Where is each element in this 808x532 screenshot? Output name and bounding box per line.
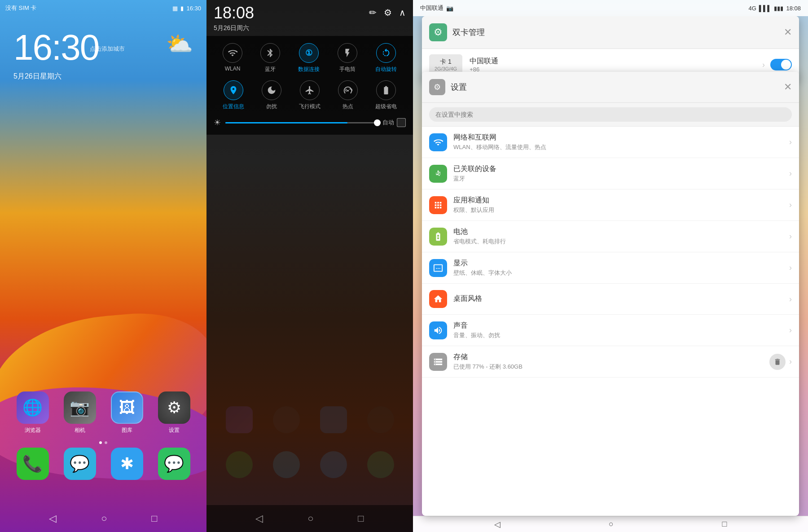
settings-item-network[interactable]: 网络和互联网 WLAN、移动网络、流量使用、热点 › [422, 127, 799, 158]
brightness-fill [225, 122, 347, 123]
dnd-icon [262, 80, 281, 100]
settings-dialog-close-button[interactable]: ✕ [784, 81, 792, 93]
gallery-label: 图库 [122, 426, 132, 434]
app-camera[interactable]: 📷 相机 [64, 391, 96, 434]
settings-status-bar: 中国联通 📷 4G ▌▌▌ ▮▮▮ 18:08 [413, 0, 808, 16]
app-phone[interactable]: 📞 [17, 448, 49, 480]
toggles-row-2: 位置信息 勿扰 飞行模式 热点 [214, 80, 406, 110]
sim-dialog-close-button[interactable]: ✕ [784, 26, 792, 38]
settings-item-sound[interactable]: 声音 音量、振动、勿扰 › [422, 315, 799, 346]
dnd-label: 勿扰 [266, 103, 277, 110]
toggle-rotate[interactable]: 自动旋转 [375, 43, 397, 73]
background-apps [206, 406, 413, 478]
storage-settings-text: 存储 已使用 77% - 还剩 3.60GB [453, 352, 769, 371]
lockscreen-date: 5月26日星期六 [13, 72, 61, 81]
network-arrow-icon: › [789, 137, 792, 147]
browser-icon: 🌐 [17, 391, 49, 424]
sim-toggle-switch[interactable] [770, 59, 792, 70]
settings-recents-icon[interactable]: □ [722, 519, 727, 529]
shade-nav-bar: ◁ ○ □ [206, 505, 413, 532]
bluetooth-icon [260, 43, 280, 63]
back-icon[interactable]: ◁ [49, 513, 57, 524]
power-save-icon [376, 80, 396, 100]
settings-item-battery[interactable]: 电池 省电模式、耗电排行 › [422, 221, 799, 252]
network-type: 4G [748, 5, 756, 12]
app-wechat[interactable]: 💬 [158, 448, 190, 480]
settings-back-icon[interactable]: ◁ [494, 519, 501, 529]
apps-settings-icon [429, 196, 447, 214]
devices-settings-icon [429, 165, 447, 183]
camera-label: 相机 [75, 426, 85, 434]
quick-settings-panel: WLAN 蓝牙 ① 数据连接 手电筒 [206, 36, 413, 135]
rotate-label: 自动旋转 [375, 66, 397, 73]
shade-recents-icon[interactable]: □ [358, 513, 364, 524]
recents-icon[interactable]: □ [151, 513, 157, 524]
battery-icon: ▮ [180, 5, 184, 12]
settings-item-desktop[interactable]: 桌面风格 › [422, 284, 799, 315]
settings-dialog-title: 设置 [451, 82, 778, 92]
hotspot-label: 热点 [343, 103, 353, 110]
settings-item-display[interactable]: 显示 壁纸、休眠、字体大小 › [422, 252, 799, 284]
lockscreen-clock: 16:30 [13, 27, 99, 68]
location-label: 位置信息 [223, 103, 244, 110]
storage-settings-icon [429, 353, 447, 371]
app-sms[interactable]: 💬 [64, 448, 96, 480]
storage-delete-icon[interactable] [769, 354, 786, 370]
brightness-bar[interactable] [225, 122, 378, 123]
home-icon[interactable]: ○ [101, 513, 107, 524]
shade-date: 5月26日周六 [214, 24, 254, 32]
toggle-wlan[interactable]: WLAN [223, 43, 242, 73]
shade-back-icon[interactable]: ◁ [255, 513, 263, 524]
settings-item-storage[interactable]: 存储 已使用 77% - 还剩 3.60GB › [422, 346, 799, 378]
settings-dialog-gear-icon: ⚙ [429, 79, 445, 95]
toggle-power-save[interactable]: 超级省电 [375, 80, 397, 110]
settings-search-bar [422, 103, 799, 127]
auto-checkbox[interactable] [397, 118, 406, 127]
lockscreen-panel: 没有 SIM 卡 ▦ ▮ 16:30 16:30 点击添加城市 ⛅ 5月26日星… [0, 0, 206, 532]
toggle-location[interactable]: 位置信息 [223, 80, 244, 110]
sound-settings-title: 声音 [453, 321, 789, 330]
app-settings[interactable]: ⚙ 设置 [158, 391, 190, 434]
app-contacts[interactable]: ✱ [111, 448, 143, 480]
sim-carrier-name: 中国联通 [470, 57, 762, 66]
add-city-label[interactable]: 点击添加城市 [90, 45, 125, 53]
toggle-flashlight[interactable]: 手电筒 [338, 43, 357, 73]
settings-item-apps[interactable]: 应用和通知 权限、默认应用 › [422, 189, 799, 221]
sound-settings-sub: 音量、振动、勿扰 [453, 331, 789, 339]
shade-home-icon[interactable]: ○ [307, 513, 313, 524]
phone-icon: 📞 [17, 448, 49, 480]
settings-home-icon[interactable]: ○ [609, 519, 614, 529]
apps-row-1: 🌐 浏览器 📷 相机 🖼 图库 ⚙ 设置 [9, 391, 198, 434]
shade-time: 18:08 [214, 4, 254, 22]
contacts-icon: ✱ [111, 448, 143, 480]
toggle-data[interactable]: ① 数据连接 [298, 43, 320, 73]
brightness-thumb [374, 119, 381, 126]
settings-item-devices[interactable]: 已关联的设备 蓝牙 › [422, 158, 799, 189]
carrier-label: 中国联通 [420, 4, 444, 12]
settings-list-dialog: ⚙ 设置 ✕ 网络和互联网 WLAN、移动网络、流量使用、热点 › 已关联的设备 [422, 72, 799, 516]
toggle-dnd[interactable]: 勿扰 [262, 80, 281, 110]
data-icon: ① [299, 43, 319, 63]
battery-arrow-icon: › [789, 232, 792, 241]
battery-settings-sub: 省电模式、耗电排行 [453, 237, 789, 246]
shade-time-date: 18:08 5月26日周六 [214, 4, 254, 32]
power-save-label: 超级省电 [375, 103, 397, 110]
brightness-auto: 自动 [382, 118, 406, 127]
data-label: 数据连接 [298, 66, 320, 73]
sound-settings-icon [429, 321, 447, 339]
toggle-hotspot[interactable]: 热点 [338, 80, 358, 110]
gallery-icon: 🖼 [111, 391, 143, 424]
display-settings-icon [429, 259, 447, 277]
toggle-bluetooth[interactable]: 蓝牙 [260, 43, 280, 73]
settings-search-input[interactable] [429, 107, 792, 122]
display-arrow-icon: › [789, 263, 792, 273]
dot-1 [99, 441, 102, 444]
app-gallery[interactable]: 🖼 图库 [111, 391, 143, 434]
no-sim-label: 没有 SIM 卡 [5, 4, 172, 12]
camera-icon: 📷 [64, 391, 96, 424]
flashlight-icon [338, 43, 357, 63]
app-browser[interactable]: 🌐 浏览器 [17, 391, 49, 434]
apps-arrow-icon: › [789, 200, 792, 210]
app-dock: 🌐 浏览器 📷 相机 🖼 图库 ⚙ 设置 📞 [0, 391, 206, 487]
toggle-airplane[interactable]: 飞行模式 [299, 80, 321, 110]
